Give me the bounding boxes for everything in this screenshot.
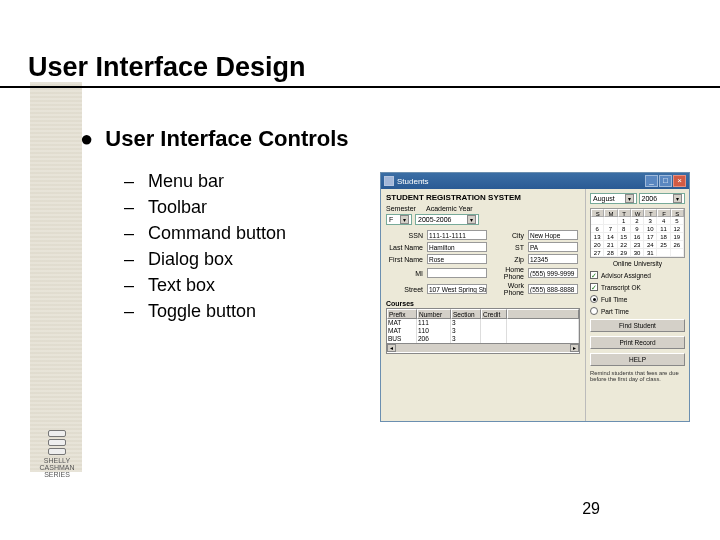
workphone-label: Work Phone bbox=[490, 282, 525, 296]
calendar-cell[interactable]: 17 bbox=[644, 233, 657, 241]
workphone-input[interactable]: (555) 888-8888 bbox=[528, 284, 578, 294]
calendar-cell[interactable]: 2 bbox=[631, 217, 644, 225]
scroll-right-icon[interactable]: ▸ bbox=[570, 344, 579, 352]
calendar-cell[interactable]: 11 bbox=[657, 225, 670, 233]
calendar-cell[interactable]: 25 bbox=[657, 241, 670, 249]
calendar-cell[interactable] bbox=[591, 217, 604, 225]
sub-item: Toggle button bbox=[124, 298, 286, 324]
decorative-stripe bbox=[30, 82, 82, 472]
left-pane: STUDENT REGISTRATION SYSTEM Semester Aca… bbox=[381, 189, 585, 421]
help-button[interactable]: HELP bbox=[590, 353, 685, 366]
year-label: Academic Year bbox=[426, 205, 473, 212]
table-row[interactable]: BUS2063 bbox=[387, 335, 579, 343]
calendar-cell[interactable]: 21 bbox=[604, 241, 617, 249]
series-logo: SHELLY CASHMAN SERIES bbox=[36, 430, 78, 490]
city-input[interactable]: New Hope bbox=[528, 230, 578, 240]
table-row[interactable]: MAT1113 bbox=[387, 319, 579, 327]
calendar-cell[interactable]: 30 bbox=[631, 249, 644, 257]
calendar-cell[interactable]: 22 bbox=[618, 241, 631, 249]
calendar-cell[interactable]: 31 bbox=[644, 249, 657, 257]
calendar-cell[interactable]: 8 bbox=[618, 225, 631, 233]
lastname-input[interactable]: Hamilton bbox=[427, 242, 487, 252]
st-input[interactable]: PA bbox=[528, 242, 578, 252]
horizontal-scrollbar[interactable]: ◂ ▸ bbox=[387, 343, 579, 352]
day-header: S bbox=[591, 209, 604, 217]
reminder-note: Remind students that fees are due before… bbox=[590, 370, 685, 383]
advisor-checkbox[interactable]: ✓Advisor Assigned bbox=[590, 271, 685, 279]
sub-item: Dialog box bbox=[124, 246, 286, 272]
calendar-cell[interactable]: 28 bbox=[604, 249, 617, 257]
calendar-cell[interactable]: 14 bbox=[604, 233, 617, 241]
day-header: S bbox=[671, 209, 684, 217]
calendar-cell[interactable] bbox=[671, 249, 684, 257]
mi-input[interactable] bbox=[427, 268, 487, 278]
ssn-input[interactable]: 111-11-1111 bbox=[427, 230, 487, 240]
street-input[interactable]: 107 West Spring Street bbox=[427, 284, 487, 294]
title-rule bbox=[0, 86, 720, 88]
firstname-input[interactable]: Rose bbox=[427, 254, 487, 264]
month-dropdown[interactable]: August▾ bbox=[590, 193, 637, 204]
year-dropdown[interactable]: 2005-2006▾ bbox=[415, 214, 479, 225]
calendar-cell[interactable]: 9 bbox=[631, 225, 644, 233]
calendar-cell[interactable]: 26 bbox=[671, 241, 684, 249]
maximize-button[interactable]: □ bbox=[659, 175, 672, 187]
page-number: 29 bbox=[582, 500, 600, 518]
radio-icon bbox=[590, 295, 598, 303]
calendar-cell[interactable]: 23 bbox=[631, 241, 644, 249]
cal-year-dropdown[interactable]: 2006▾ bbox=[639, 193, 686, 204]
calendar-cell[interactable]: 7 bbox=[604, 225, 617, 233]
app-icon bbox=[384, 176, 394, 186]
homephone-input[interactable]: (555) 999-9999 bbox=[528, 268, 578, 278]
calendar-cell[interactable]: 24 bbox=[644, 241, 657, 249]
print-record-button[interactable]: Print Record bbox=[590, 336, 685, 349]
calendar-cell[interactable]: 4 bbox=[657, 217, 670, 225]
scroll-left-icon[interactable]: ◂ bbox=[387, 344, 396, 352]
homephone-label: Home Phone bbox=[490, 266, 525, 280]
st-label: ST bbox=[490, 244, 525, 251]
fulltime-radio[interactable]: Full Time bbox=[590, 295, 685, 303]
sub-item: Command button bbox=[124, 220, 286, 246]
calendar-cell[interactable]: 27 bbox=[591, 249, 604, 257]
col-header bbox=[507, 309, 579, 319]
calendar-cell[interactable]: 19 bbox=[671, 233, 684, 241]
day-header: M bbox=[604, 209, 617, 217]
titlebar: Students _ □ × bbox=[381, 173, 689, 189]
main-bullet: User Interface Controls bbox=[80, 126, 349, 152]
sub-item: Menu bar bbox=[124, 168, 286, 194]
col-header: Section bbox=[451, 309, 481, 319]
calendar-cell[interactable]: 12 bbox=[671, 225, 684, 233]
ssn-label: SSN bbox=[386, 232, 424, 239]
col-header: Prefix bbox=[387, 309, 417, 319]
calendar-cell[interactable]: 1 bbox=[618, 217, 631, 225]
checkbox-icon: ✓ bbox=[590, 271, 598, 279]
minimize-button[interactable]: _ bbox=[645, 175, 658, 187]
day-header: F bbox=[657, 209, 670, 217]
close-button[interactable]: × bbox=[673, 175, 686, 187]
zip-input[interactable]: 12345 bbox=[528, 254, 578, 264]
parttime-radio[interactable]: Part Time bbox=[590, 307, 685, 315]
courses-label: Courses bbox=[386, 300, 580, 307]
day-header: T bbox=[618, 209, 631, 217]
calendar-cell[interactable]: 18 bbox=[657, 233, 670, 241]
find-student-button[interactable]: Find Student bbox=[590, 319, 685, 332]
calendar-cell[interactable]: 3 bbox=[644, 217, 657, 225]
calendar-cell[interactable] bbox=[604, 217, 617, 225]
mi-label: MI bbox=[386, 270, 424, 277]
calendar-cell[interactable]: 16 bbox=[631, 233, 644, 241]
calendar-cell[interactable] bbox=[657, 249, 670, 257]
table-row[interactable]: MAT1103 bbox=[387, 327, 579, 335]
calendar-cell[interactable]: 29 bbox=[618, 249, 631, 257]
calendar-cell[interactable]: 6 bbox=[591, 225, 604, 233]
radio-icon bbox=[590, 307, 598, 315]
calendar-cell[interactable]: 5 bbox=[671, 217, 684, 225]
transcript-checkbox[interactable]: ✓Transcript OK bbox=[590, 283, 685, 291]
calendar-cell[interactable]: 13 bbox=[591, 233, 604, 241]
calendar-cell[interactable]: 20 bbox=[591, 241, 604, 249]
student-form: SSN 111-11-1111 City New Hope Last Name … bbox=[386, 230, 580, 296]
calendar[interactable]: SMTWTFS 12345678910111213141516171819202… bbox=[590, 208, 685, 258]
calendar-cell[interactable]: 10 bbox=[644, 225, 657, 233]
university-label: Online University bbox=[590, 260, 685, 267]
calendar-cell[interactable]: 15 bbox=[618, 233, 631, 241]
semester-dropdown[interactable]: F▾ bbox=[386, 214, 412, 225]
window-title: Students bbox=[397, 177, 644, 186]
